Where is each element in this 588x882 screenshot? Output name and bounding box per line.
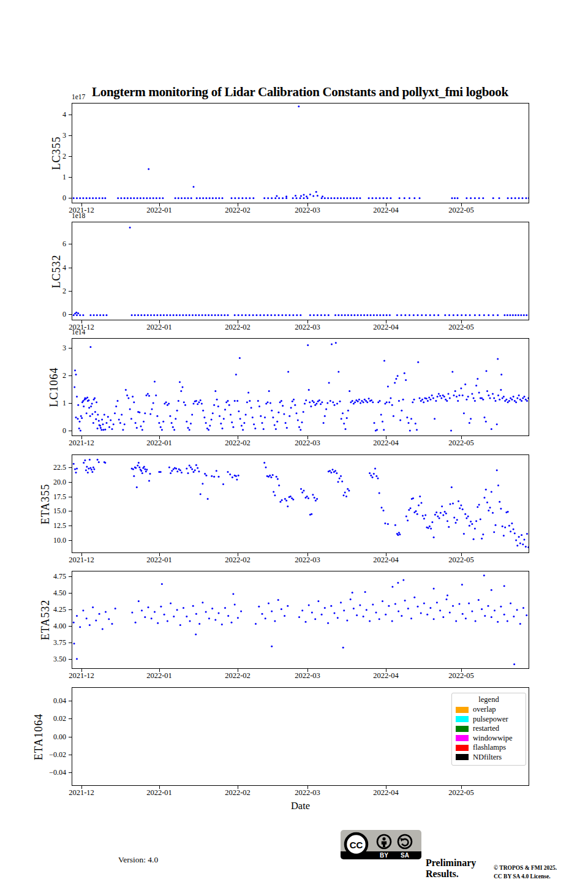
y-tick (69, 643, 72, 643)
subplot-eta532 (72, 571, 529, 669)
legend-title: legend (456, 695, 522, 704)
x-tick-label: 2022-03 (283, 556, 332, 564)
legend-label: windowwipe (473, 734, 513, 743)
x-axis-title: Date (72, 800, 529, 812)
x-tick-label: 2022-01 (135, 788, 184, 797)
x-tick-label: 2021-12 (57, 788, 106, 797)
figure-title: Longterm monitoring of Lidar Calibration… (61, 85, 539, 100)
subplot-lc1064 (72, 338, 529, 436)
y-tick (69, 626, 72, 627)
y-tick (69, 135, 72, 136)
x-tick-label: 2022-05 (437, 206, 486, 214)
y-axis-label-eta532: ETA532 (38, 571, 53, 669)
y-tick (69, 576, 72, 577)
y-tick (69, 737, 72, 737)
y-tick (69, 511, 72, 511)
figure: Longterm monitoring of Lidar Calibration… (0, 0, 588, 882)
x-tick-label: 2022-04 (361, 788, 410, 797)
copyright-line2: CC BY SA 4.0 License. (494, 872, 557, 881)
legend-label: NDfilters (473, 753, 502, 762)
x-tick-label: 2022-02 (213, 671, 262, 680)
y-axis-offset-label: 1e17 (72, 93, 85, 100)
overlap-swatch (456, 707, 469, 713)
y-tick (69, 403, 72, 404)
y-tick (69, 593, 72, 594)
x-tick-label: 2022-02 (213, 556, 262, 564)
flashlamps-swatch (456, 745, 469, 751)
y-tick (69, 540, 72, 541)
by-label: BY (376, 851, 392, 859)
y-tick (69, 482, 72, 483)
y-tick (69, 115, 72, 115)
y-tick (69, 609, 72, 610)
scatter-points-lc1064 (72, 339, 529, 435)
y-tick (69, 375, 72, 376)
x-tick-label: 2022-05 (437, 788, 486, 797)
x-tick-label: 2022-05 (437, 439, 486, 447)
x-tick-label: 2022-04 (361, 439, 410, 447)
x-tick-label: 2022-02 (213, 788, 262, 797)
legend-entry-overlap: overlap (456, 705, 522, 715)
cc-license-badge: CC BY SA (341, 830, 421, 859)
y-tick (69, 156, 72, 157)
y-tick (69, 348, 72, 349)
legend-entry-windowwipe: windowwipe (456, 734, 522, 744)
legend-label: restarted (473, 724, 499, 733)
subplot-eta355 (72, 454, 529, 553)
y-axis-offset-label: 1e14 (72, 328, 85, 336)
y-tick (69, 314, 72, 315)
y-tick (69, 268, 72, 268)
pulsepower-swatch (456, 716, 469, 722)
x-tick-label: 2022-01 (135, 671, 184, 680)
x-tick-label: 2022-01 (135, 556, 184, 564)
x-tick-label: 2022-05 (437, 556, 486, 564)
x-tick-label: 2022-03 (283, 439, 332, 447)
copyright-line1: © TROPOS & FMI 2025. (494, 864, 557, 872)
x-tick-label: 2022-03 (283, 671, 332, 680)
windowwipe-swatch (456, 735, 469, 741)
x-tick-label: 2022-03 (283, 323, 332, 331)
y-tick (69, 497, 72, 497)
sa-label: SA (397, 851, 413, 859)
y-tick (69, 177, 72, 178)
cc-icon: CC (344, 832, 369, 857)
legend-entry-restarted: restarted (456, 724, 522, 734)
NDfilters-swatch (456, 754, 469, 760)
x-tick-label: 2022-05 (437, 671, 486, 680)
y-tick (69, 431, 72, 431)
preliminary-results-note: Preliminary Results. (426, 858, 476, 879)
y-axis-label-lc532: LC532 (49, 222, 64, 320)
legend-label: flashlamps (473, 743, 506, 752)
y-tick (69, 198, 72, 198)
x-tick-label: 2022-02 (213, 323, 262, 331)
y-tick (69, 467, 72, 468)
y-axis-label-lc355: LC355 (49, 104, 64, 202)
x-tick-label: 2022-01 (135, 206, 184, 214)
by-person-icon (376, 834, 392, 850)
legend-box: legendoverlappulsepowerrestartedwindowwi… (451, 693, 526, 766)
x-tick-label: 2022-03 (283, 788, 332, 797)
legend-label: overlap (473, 705, 496, 714)
subplot-lc355 (72, 103, 529, 203)
y-tick (69, 772, 72, 773)
legend-entry-pulsepower: pulsepower (456, 715, 522, 725)
scatter-points-lc355 (72, 104, 529, 203)
x-tick-label: 2022-05 (437, 323, 486, 331)
y-axis-label-eta355: ETA355 (38, 455, 53, 553)
y-axis-label-eta1064: ETA1064 (31, 688, 46, 786)
x-tick-label: 2022-04 (361, 671, 410, 680)
x-tick-label: 2022-02 (213, 206, 262, 214)
y-tick (69, 244, 72, 244)
copyright-note: © TROPOS & FMI 2025. CC BY SA 4.0 Licens… (494, 864, 557, 881)
x-tick-label: 2021-12 (57, 671, 106, 680)
y-tick (69, 526, 72, 526)
x-tick-label: 2022-02 (213, 439, 262, 447)
x-tick-label: 2022-04 (361, 323, 410, 331)
preliminary-line1: Preliminary (426, 858, 476, 869)
x-tick-label: 2021-12 (57, 439, 106, 447)
y-tick (69, 291, 72, 292)
legend-entry-flashlamps: flashlamps (456, 743, 522, 753)
restarted-swatch (456, 726, 469, 732)
x-tick-label: 2022-03 (283, 206, 332, 214)
x-tick-label: 2022-01 (135, 323, 184, 331)
